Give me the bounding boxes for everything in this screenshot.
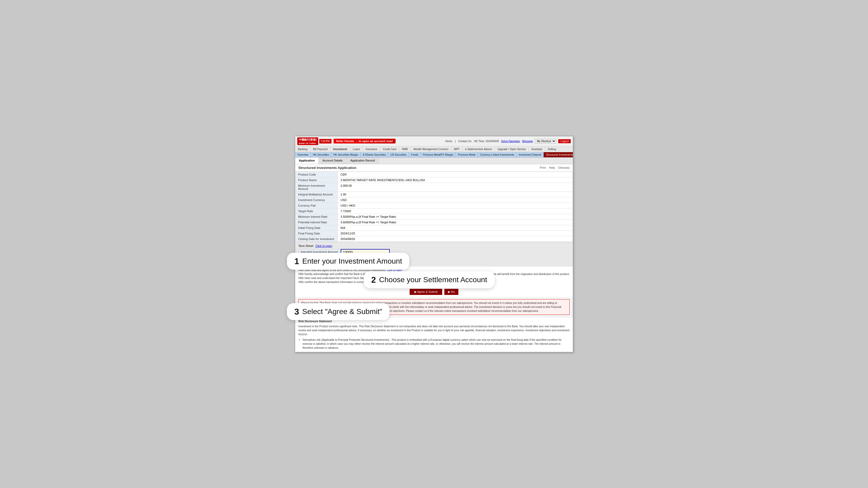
agreement-section: I/We have read and agree to the term she…	[295, 266, 573, 287]
term-sheet-link[interactable]: Click to open	[315, 244, 332, 248]
label-target-rate: Target Rate	[296, 208, 338, 214]
contact-us-link[interactable]: Contact Us	[458, 140, 471, 143]
content-area: Structured Investments Application Print…	[295, 164, 573, 352]
risk-bullet-1: Derivatives risk (Applicable to Principa…	[303, 338, 570, 350]
subnav-funds[interactable]: Funds	[409, 152, 421, 157]
nav-bill-payment[interactable]: Bill Payment	[310, 147, 331, 151]
value-potential-interest: 3.60000%p.a.(If Final Rate => Target Rat…	[338, 219, 573, 225]
risk-section: Risk Disclosure Statement Investment in …	[295, 317, 573, 352]
product-table: Product Code CER Product Name 3 MONTHS T…	[295, 172, 573, 242]
nav-assistant[interactable]: Assistant	[529, 147, 545, 151]
value-closing-date: 2024/08/26	[338, 236, 573, 241]
term-sheet-row: Term Sheet Click to open	[298, 244, 570, 248]
agree-submit-button[interactable]: ▶ Agree & Submit	[410, 289, 442, 295]
table-row: Closing Date for Investment 2024/08/26	[296, 236, 573, 241]
subnav-investment-deposit[interactable]: Investment Deposit	[517, 152, 544, 157]
label-product-name: Product Name	[296, 177, 338, 183]
nav-bar: Banking Bill Payment Investment Loans In…	[295, 146, 573, 152]
risk-bullets: Derivatives risk (Applicable to Principa…	[298, 338, 570, 350]
browser-window: 中國銀行(香港)BANK OF CHINA 中銀理財 Refer friends…	[295, 136, 573, 352]
button-row: ▶ Agree & Submit ▶ No	[295, 287, 573, 297]
nav-estatements[interactable]: e-Statements/e-Advice	[462, 147, 495, 151]
table-row: Initial Fixing Date N/A	[296, 225, 573, 230]
label-integral: Integral Multiple(s) Amount	[296, 192, 338, 197]
subnav-hk-margin[interactable]: HK Securities Margin	[331, 152, 361, 157]
subnav-currency-linked[interactable]: Currency Linked Investments	[478, 152, 517, 157]
no-button[interactable]: ▶ No	[444, 289, 458, 295]
print-link[interactable]: Print	[540, 166, 546, 169]
header-actions: Print Help Glossary	[540, 166, 570, 169]
intended-investment-input[interactable]	[341, 249, 390, 255]
intended-investment-label: Intended Investment Amount	[298, 249, 341, 255]
nav-rmb[interactable]: RMB	[399, 147, 411, 151]
label-currency-pair: Currency Pair	[296, 203, 338, 208]
intended-investment-row: Intended Investment Amount	[298, 249, 570, 255]
message-link[interactable]: Message	[522, 140, 533, 143]
hk-time: HK Time: 2024/08/26	[474, 140, 499, 143]
label-min-investment: Minimum Investment Amount	[296, 183, 338, 192]
agreement-3: I/We have read and understand the Import…	[298, 277, 570, 280]
subnav-overview[interactable]: Overview	[295, 152, 311, 157]
section-title: Structured Investments Application	[298, 166, 356, 170]
table-row: Target Rate 7.72000	[296, 208, 573, 214]
agreement-4: I/We confirm the above transaction infor…	[298, 281, 570, 284]
settlement-account-select[interactable]	[341, 257, 383, 263]
value-inv-currency: USD	[338, 197, 573, 203]
table-row: Currency Pair USD / HKD	[296, 203, 573, 208]
subnav-a-shares[interactable]: A Shares Securities	[361, 152, 388, 157]
value-currency-pair: USD / HKD	[338, 203, 573, 208]
help-link[interactable]: Help	[549, 166, 555, 169]
nav-investment[interactable]: Investment	[331, 147, 350, 151]
logout-button[interactable]: Logout	[558, 139, 571, 143]
subnav-precious-metal[interactable]: Precious Metal/FX Margin	[421, 152, 456, 157]
settlement-account-row: Settlement Account	[298, 257, 570, 263]
nav-insurance[interactable]: Insurance	[363, 147, 380, 151]
setup-navigator-link[interactable]: Setup Navigator	[501, 140, 520, 143]
label-inv-currency: Investment Currency	[296, 197, 338, 203]
value-min-investment: 2,000.00	[338, 183, 573, 192]
value-final-fixing: 2024/11/25	[338, 230, 573, 236]
refer-banner: Refer friends → to open an account now!	[334, 139, 396, 143]
glossary-link[interactable]: Glossary	[558, 166, 570, 169]
tab-application-record[interactable]: Application Record	[347, 157, 379, 164]
value-min-interest: 3.50000%p.a.(If Final Rate >= Target Rat…	[338, 214, 573, 219]
tab-application[interactable]: Application	[295, 157, 319, 164]
settlement-account-label: Settlement Account	[298, 257, 341, 263]
subnav-us-securities[interactable]: US Securities	[388, 152, 409, 157]
nav-credit-card[interactable]: Credit Card	[380, 147, 399, 151]
home-link[interactable]: Home	[445, 140, 452, 143]
table-row: Final Fixing Date 2024/11/25	[296, 230, 573, 236]
nav-banking[interactable]: Banking	[295, 147, 310, 151]
section-header: Structured Investments Application Print…	[295, 164, 573, 172]
agreement-3-link[interactable]: Click to open	[409, 277, 425, 280]
label-min-interest: Minimum Interest Rate	[296, 214, 338, 219]
agreement-1-link[interactable]: Click to open	[387, 269, 402, 271]
risk-text: Investment in the Product involves signi…	[298, 324, 570, 336]
label-final-fixing: Final Fixing Date	[296, 230, 338, 236]
warning-text: Please be that: The Bank does not provid…	[301, 302, 561, 312]
subnav-precious-metal2[interactable]: Precious Metal	[456, 152, 478, 157]
value-target-rate: 7.72000	[338, 208, 573, 214]
nav-setting[interactable]: Setting	[545, 147, 559, 151]
top-bar-right: Home | Contact Us HK Time: 2024/08/26 Se…	[445, 139, 571, 143]
nav-upgrade[interactable]: Upgrade / Open Service	[495, 147, 529, 151]
top-links: Home | Contact Us HK Time: 2024/08/26	[445, 140, 499, 143]
nav-loans[interactable]: Loans	[350, 147, 363, 151]
value-initial-fixing: N/A	[338, 225, 573, 230]
nav-wealth[interactable]: Wealth Management Connect	[411, 147, 451, 151]
nav-mpf[interactable]: MPF	[451, 147, 462, 151]
subnav-hk-securities[interactable]: HK Securities	[311, 152, 332, 157]
brand-logo-2: 中銀理財	[319, 139, 332, 143]
top-bar-left: 中國銀行(香港)BANK OF CHINA 中銀理財 Refer friends…	[297, 137, 396, 145]
divider: |	[455, 140, 456, 143]
table-row: Potential Interest Rate 3.60000%p.a.(If …	[296, 219, 573, 225]
sub-nav: Overview HK Securities HK Securities Mar…	[295, 152, 573, 157]
tab-account-details[interactable]: Account Details	[319, 157, 347, 164]
risk-title: Risk Disclosure Statement	[298, 319, 570, 323]
agreement-1: I/We have read and agree to the term she…	[298, 269, 570, 271]
subnav-structured[interactable]: Structured Investments	[544, 152, 573, 157]
value-product-name: 3 MONTHS TARGET RATE INVESTMENT(CER)--HK…	[338, 177, 573, 183]
shortcut-select[interactable]: My Shortcut	[535, 139, 556, 143]
table-row: Minimum Interest Rate 3.50000%p.a.(If Fi…	[296, 214, 573, 219]
table-row: Product Code CER	[296, 172, 573, 177]
